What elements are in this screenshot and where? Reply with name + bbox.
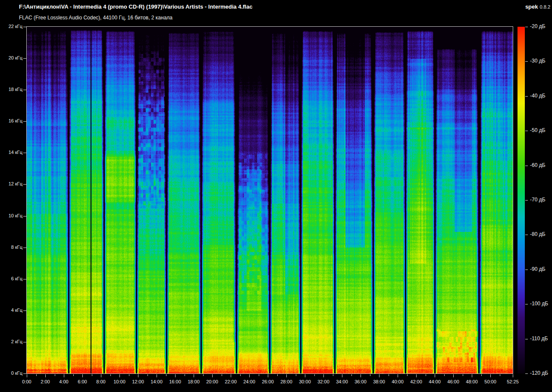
time-minor-tick-mark	[203, 374, 204, 376]
freq-tick-label: 16 кГц	[0, 118, 22, 124]
time-minor-tick-mark	[36, 374, 37, 376]
time-minor-tick-mark	[333, 374, 333, 376]
freq-tick-label: 18 кГц	[0, 87, 22, 92]
db-tick-label: -80 дБ	[530, 232, 552, 237]
db-tick-label: -40 дБ	[530, 93, 552, 99]
time-tick-mark	[231, 374, 231, 377]
time-minor-tick-mark	[389, 374, 389, 376]
db-tick-label: -60 дБ	[530, 163, 552, 168]
time-minor-tick-mark	[166, 374, 166, 376]
time-tick-mark	[472, 374, 472, 377]
freq-tick-label: 8 кГц	[0, 245, 22, 250]
db-tick-label: -90 дБ	[530, 267, 552, 272]
db-tick-mark	[525, 27, 528, 27]
time-minor-tick-mark	[259, 374, 259, 376]
db-tick-label: -100 дБ	[530, 301, 552, 307]
db-tick-mark	[525, 200, 528, 201]
time-tick-mark	[45, 374, 46, 377]
freq-tick-label: 4 кГц	[0, 307, 22, 313]
freq-tick-mark	[23, 90, 26, 90]
freq-tick-mark	[23, 279, 26, 279]
db-tick-mark	[525, 131, 528, 131]
db-tick-mark	[525, 96, 528, 97]
time-tick-mark	[157, 374, 157, 377]
db-tick-label: -20 дБ	[530, 24, 552, 29]
time-minor-tick-mark	[296, 374, 296, 376]
time-minor-tick-mark	[500, 374, 500, 376]
time-tick-mark	[268, 374, 268, 377]
app-version-block: spek0.8.2	[525, 3, 550, 10]
spek-window: F:\Антициклон\VA - Intermedia 4 (promo C…	[0, 0, 552, 392]
time-minor-tick-mark	[92, 374, 92, 376]
time-tick-mark	[82, 374, 83, 377]
time-minor-tick-mark	[277, 374, 278, 376]
db-tick-label: -30 дБ	[530, 58, 552, 64]
colorbar-gradient	[518, 27, 525, 373]
freq-tick-label: 2 кГц	[0, 339, 22, 345]
audio-info: FLAC (Free Lossless Audio Codec), 44100 …	[19, 15, 172, 21]
time-tick-label: 50:00	[478, 379, 502, 385]
freq-tick-mark	[23, 27, 26, 27]
time-minor-tick-mark	[426, 374, 426, 376]
freq-tick-mark	[23, 153, 26, 153]
db-tick-label: -50 дБ	[530, 128, 552, 133]
time-tick-mark	[212, 374, 213, 377]
time-tick-mark	[435, 374, 435, 377]
freq-tick-mark	[23, 373, 26, 374]
time-minor-tick-mark	[370, 374, 370, 376]
freq-tick-label: 10 кГц	[0, 213, 22, 219]
time-tick-mark	[361, 374, 361, 377]
plot-frame	[26, 26, 513, 374]
db-tick-label: -70 дБ	[530, 197, 552, 203]
time-tick-mark	[194, 374, 194, 377]
time-minor-tick-mark	[351, 374, 352, 376]
time-minor-tick-mark	[240, 374, 241, 376]
time-minor-tick-mark	[73, 374, 74, 376]
freq-tick-mark	[23, 121, 26, 122]
freq-tick-label: 22 кГц	[0, 24, 22, 29]
time-tick-mark	[138, 374, 138, 377]
db-tick-label: -110 дБ	[530, 336, 552, 342]
freq-tick-mark	[23, 216, 26, 216]
app-version: 0.8.2	[540, 4, 550, 9]
db-tick-mark	[525, 373, 528, 374]
time-tick-mark	[379, 374, 380, 377]
time-tick-mark	[101, 374, 101, 377]
time-minor-tick-mark	[463, 374, 463, 376]
freq-tick-label: 14 кГц	[0, 150, 22, 155]
time-minor-tick-mark	[129, 374, 129, 376]
time-tick-mark	[305, 374, 305, 377]
freq-tick-mark	[23, 248, 26, 248]
db-tick-label: -120 дБ	[530, 370, 552, 376]
time-tick-mark	[27, 374, 27, 377]
spectrogram-canvas	[27, 27, 513, 373]
time-tick-mark	[453, 374, 454, 377]
db-tick-mark	[525, 61, 528, 62]
time-tick-mark	[119, 374, 120, 377]
time-minor-tick-mark	[444, 374, 445, 376]
db-tick-mark	[525, 270, 528, 270]
time-minor-tick-mark	[314, 374, 315, 376]
time-tick-mark	[513, 374, 513, 377]
freq-tick-mark	[23, 58, 26, 59]
time-minor-tick-mark	[147, 374, 148, 376]
page-title: F:\Антициклон\VA - Intermedia 4 (promo C…	[19, 3, 252, 10]
freq-tick-label: 20 кГц	[0, 55, 22, 61]
time-minor-tick-mark	[110, 374, 111, 376]
time-minor-tick-mark	[407, 374, 408, 376]
freq-tick-mark	[23, 184, 26, 185]
db-tick-mark	[525, 166, 528, 166]
time-tick-mark	[249, 374, 250, 377]
db-tick-mark	[525, 235, 528, 235]
db-tick-mark	[525, 304, 528, 304]
freq-tick-mark	[23, 342, 26, 342]
time-tick-mark	[64, 374, 64, 377]
time-tick-mark	[416, 374, 417, 377]
time-minor-tick-mark	[55, 374, 55, 376]
time-tick-mark	[175, 374, 176, 377]
freq-tick-label: 12 кГц	[0, 181, 22, 187]
time-tick-label: 52:25	[501, 379, 525, 385]
time-minor-tick-mark	[185, 374, 185, 376]
time-tick-mark	[286, 374, 287, 377]
time-minor-tick-mark	[481, 374, 482, 376]
